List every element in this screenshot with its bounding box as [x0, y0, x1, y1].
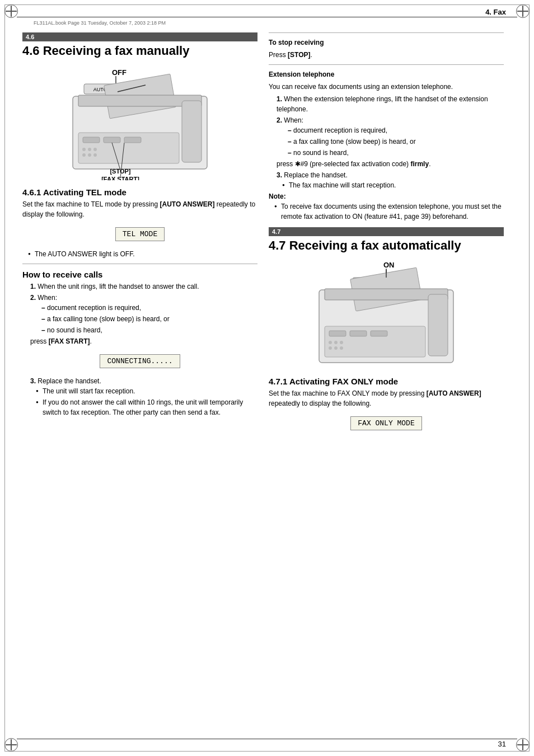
subsection-4-6-1-intro: Set the fax machine to TEL mode by press…	[22, 199, 257, 219]
step2-dash-3: no sound is heard,	[41, 325, 257, 335]
svg-point-11	[82, 148, 86, 151]
svg-point-35	[329, 341, 332, 344]
section-4-7-title: 4.7 Receiving a fax automatically	[269, 238, 504, 253]
svg-text:ON: ON	[383, 261, 395, 269]
svg-rect-9	[104, 137, 120, 143]
note-bullet-1: To receive fax documents using the exten…	[274, 201, 504, 222]
ext-bullet-1: The fax machine will start reception.	[282, 180, 504, 190]
receive-step-1: When the unit rings, lift the handset to…	[30, 281, 257, 292]
svg-rect-41	[428, 294, 448, 356]
svg-point-12	[88, 148, 91, 151]
extension-title: Extension telephone	[269, 69, 504, 79]
fax-machine-svg-left: OFF AUTO ANSWER	[62, 63, 218, 180]
ext-dash-2: a fax calling tone (slow beep) is heard,…	[288, 137, 504, 147]
file-ref: FL311AL.book Page 31 Tuesday, October 7,…	[34, 20, 166, 26]
rule-top-right	[269, 32, 504, 33]
svg-point-39	[334, 346, 338, 350]
ext-step-2: When: document reception is required, a …	[277, 115, 504, 169]
how-to-receive-title: How to receive calls	[22, 270, 257, 279]
rule-2	[269, 64, 504, 65]
crosshair-mark-br	[517, 739, 528, 750]
fax-image-right: ON AUTO ANSWER	[269, 257, 504, 371]
svg-text:OFF: OFF	[112, 68, 127, 77]
svg-point-13	[93, 148, 97, 151]
step3-bullet-1: The unit will start fax reception.	[36, 386, 257, 396]
step3-bullet-2: If you do not answer the call within 10 …	[36, 397, 257, 417]
rule-1	[22, 264, 257, 264]
extension-steps: When the extension telephone rings, lift…	[277, 94, 504, 190]
ext-dash-1: document reception is required,	[288, 125, 504, 135]
lcd-connecting: CONNECTING.....	[100, 354, 180, 368]
to-stop-title: To stop receiving	[269, 37, 504, 48]
svg-point-15	[88, 153, 91, 157]
receive-step-3-item: Replace the handset. The unit will start…	[30, 376, 257, 417]
to-stop-text: Press [STOP].	[269, 50, 504, 60]
svg-point-36	[334, 341, 338, 344]
step3-bullets: The unit will start fax reception. If yo…	[36, 386, 257, 417]
right-column: To stop receiving Press [STOP]. Extensio…	[269, 32, 504, 734]
ext-step-1: When the extension telephone rings, lift…	[277, 94, 504, 114]
svg-text:[STOP]: [STOP]	[110, 168, 130, 175]
header-line	[17, 17, 517, 17]
crosshair-mark-tr	[517, 6, 528, 17]
crosshair-mark-tl	[6, 6, 17, 17]
svg-rect-17	[182, 101, 202, 162]
lcd-tel-mode: TEL MODE	[115, 227, 165, 241]
ext-step3-bullets: The fax machine will start reception.	[282, 180, 504, 190]
svg-point-38	[329, 346, 332, 350]
section-4-6-header: 4.6	[22, 32, 257, 41]
footer-page: 31	[498, 740, 506, 748]
tel-mode-bullet-1: The AUTO ANSWER light is OFF.	[28, 249, 257, 259]
receive-step-2: When: document reception is required, a …	[30, 293, 257, 346]
svg-rect-10	[124, 137, 141, 143]
crosshair-mark-bl	[6, 739, 17, 750]
note-bullets: To receive fax documents using the exten…	[274, 201, 504, 222]
step2-dash-2: a fax calling tone (slow beep) is heard,…	[41, 314, 257, 324]
svg-point-16	[93, 153, 97, 157]
subsection-4-6-1-title: 4.6.1 Activating TEL mode	[22, 187, 257, 197]
section-4-6-title: 4.6 Receiving a fax manually	[22, 44, 257, 58]
receive-step-3: Replace the handset. The unit will start…	[30, 376, 257, 417]
svg-point-37	[340, 341, 343, 344]
subsection-4-7-1-title: 4.7.1 Activating FAX ONLY mode	[269, 377, 504, 386]
tel-mode-bullets: The AUTO ANSWER light is OFF.	[28, 249, 257, 259]
section-4-7-header: 4.7	[269, 227, 504, 236]
extension-intro: You can receive fax documents using an e…	[269, 82, 504, 92]
lcd-connecting-container: CONNECTING.....	[22, 351, 257, 372]
svg-point-40	[340, 346, 343, 350]
footer-line	[17, 739, 517, 739]
svg-rect-32	[329, 331, 346, 336]
subsection-4-7-1-text: Set the fax machine to FAX ONLY mode by …	[269, 388, 504, 408]
ext-dash-3: no sound is heard,	[288, 148, 504, 158]
fax-image-left: OFF AUTO ANSWER	[22, 63, 257, 182]
lcd-fax-only-mode: FAX ONLY MODE	[350, 416, 421, 430]
left-column: 4.6 4.6 Receiving a fax manually OFF AUT…	[22, 32, 257, 734]
lcd-tel-mode-container: TEL MODE	[22, 224, 257, 245]
note-label: Note:	[269, 192, 504, 200]
svg-point-14	[82, 153, 86, 157]
svg-rect-33	[350, 331, 367, 336]
header-text: 4. Fax	[485, 8, 506, 16]
ext-step2-dashes: document reception is required, a fax ca…	[288, 125, 504, 158]
step2-dash-1: document reception is required,	[41, 303, 257, 313]
ext-step-3: Replace the handset. The fax machine wil…	[277, 170, 504, 190]
fax-machine-svg-right: ON AUTO ANSWER	[308, 257, 465, 369]
lcd-fax-only-container: FAX ONLY MODE	[269, 413, 504, 434]
svg-rect-8	[83, 137, 100, 143]
svg-rect-34	[371, 331, 387, 336]
step2-dashes: document reception is required, a fax ca…	[41, 303, 257, 335]
receive-steps: When the unit rings, lift the handset to…	[30, 281, 257, 346]
